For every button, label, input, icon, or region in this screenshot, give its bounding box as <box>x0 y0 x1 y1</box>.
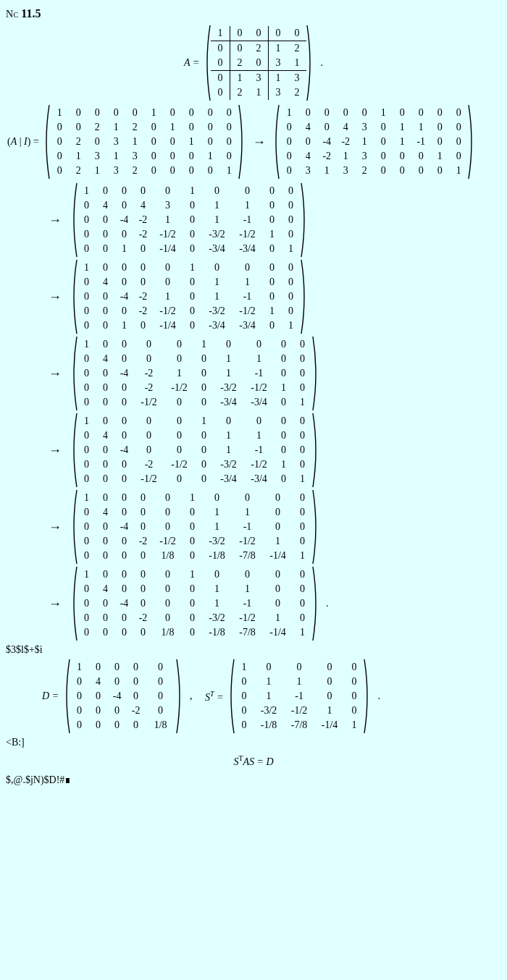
step6-row: → 1000010000040000110000-40001-100000-2-… <box>46 489 501 565</box>
text-end: $,@.$jN)$D!#∎ <box>6 774 501 786</box>
D-label: D = <box>42 690 59 702</box>
step4-row: → 1000010000040000110000-4-2101-100000-2… <box>46 336 501 411</box>
text-mid: $3$l$+$i <box>6 644 501 656</box>
arrow-icon: → <box>49 443 62 458</box>
matrix-A-equation: A = 1000000212020310131302132 . <box>6 25 501 101</box>
header-label: Nc <box>6 9 19 20</box>
arrow-icon: → <box>253 135 266 150</box>
step7-row: → 1000010000040000110000-40001-100000-20… <box>46 566 501 641</box>
arrow-icon: → <box>49 596 62 612</box>
step3-row: → 1000010000040000110000-4-2101-100000-2… <box>46 259 501 334</box>
header-number: 11.5 <box>21 7 41 20</box>
matrix-step4: 1000010000040000110000-4-2101-100000-2-1… <box>70 336 319 411</box>
arrow-icon: → <box>49 366 62 381</box>
arrow-icon: → <box>49 213 62 228</box>
D-ST-row: D = 100000400000-400000-2000001/8 , ST =… <box>42 659 501 734</box>
header: Nc 11.5 <box>6 7 501 20</box>
A-label: A = <box>184 57 199 69</box>
AI-row: (A | I) = 100001000000212010000203100100… <box>7 104 501 179</box>
matrix-step1: 1000010000040430110000-4-2101-10004-2130… <box>272 104 475 179</box>
matrix-step3: 1000010000040000110000-4-2101-100000-2-1… <box>70 259 308 334</box>
ST-label: ST = <box>205 690 224 704</box>
text-B: <B:] <box>6 737 501 748</box>
final-equation: STAS = D <box>6 754 501 768</box>
arrow-icon: → <box>49 520 62 535</box>
matrix-step2: 1000010000040430110000-4-2101-100000-2-1… <box>70 182 308 258</box>
matrix-step5: 1000010000040000110000-40001-100000-2-1/… <box>70 413 319 488</box>
matrix-D: 100000400000-400000-2000001/8 <box>63 659 183 734</box>
qed-icon: ∎ <box>64 774 71 785</box>
step2-row: → 1000010000040430110000-4-2101-100000-2… <box>46 182 501 258</box>
arrow-icon: → <box>49 290 62 305</box>
matrix-step7: 1000010000040000110000-40001-100000-200-… <box>70 566 319 641</box>
matrix-AI: 1000010000002120100002031001000131300010… <box>43 104 246 179</box>
step5-row: → 1000010000040000110000-40001-100000-2-… <box>46 413 501 488</box>
matrix-A: 1000000212020310131302132 <box>204 25 314 101</box>
AI-label: (A | I) = <box>7 136 39 148</box>
matrix-ST: 100000110001-1000-3/2-1/2100-1/8-7/8-1/4… <box>227 659 371 734</box>
matrix-step6: 1000010000040000110000-40001-100000-2-1/… <box>70 489 319 565</box>
